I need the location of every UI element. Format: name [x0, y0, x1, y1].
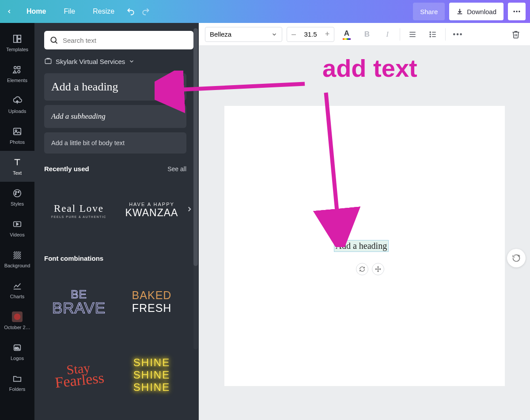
tile-brave-text: BRAVE: [52, 299, 106, 316]
annotation-label: add text: [322, 54, 417, 82]
rail-styles[interactable]: Styles: [0, 182, 34, 213]
svg-point-6: [14, 67, 17, 69]
redo-button[interactable]: [138, 4, 153, 19]
bold-button[interactable]: B: [359, 27, 375, 42]
move-icon: [375, 266, 381, 272]
undo-button[interactable]: [123, 4, 138, 19]
rail-styles-label: Styles: [11, 201, 24, 206]
rail-text[interactable]: Text: [0, 151, 34, 182]
tile-real-love-sub: FEELS PURE & AUTHENTIC: [51, 215, 106, 218]
add-subheading-button[interactable]: Add a subheading: [44, 105, 186, 128]
font-size-decrease[interactable]: –: [287, 30, 300, 39]
svg-point-13: [18, 191, 19, 193]
font-family-value: Belleza: [210, 30, 231, 38]
rail-october-folder[interactable]: October 2…: [0, 305, 34, 336]
svg-line-21: [55, 41, 57, 43]
svg-rect-3: [14, 35, 17, 43]
file-menu[interactable]: File: [55, 8, 84, 15]
align-icon: [408, 30, 417, 39]
rail-logos[interactable]: co. Logos: [0, 336, 34, 367]
tile-shine-text-1: SHINE: [133, 356, 170, 369]
svg-point-14: [15, 193, 16, 195]
search-input[interactable]: [63, 37, 188, 44]
rail-background[interactable]: Background: [0, 244, 34, 274]
text-color-letter: A: [344, 29, 349, 38]
see-all-link[interactable]: See all: [167, 165, 186, 172]
canvas-area[interactable]: Add a heading: [199, 46, 530, 420]
more-icon: •••: [453, 30, 463, 38]
tile-stay-fearless[interactable]: Stay Fearless: [44, 340, 114, 410]
sync-button[interactable]: [356, 263, 368, 275]
rail-templates[interactable]: Templates: [0, 27, 34, 58]
more-menu-button[interactable]: [508, 3, 526, 20]
font-family-select[interactable]: Belleza: [205, 27, 282, 42]
home-menu[interactable]: Home: [18, 8, 55, 15]
font-size-value[interactable]: 31.5: [300, 30, 321, 38]
tile-be-brave[interactable]: BE BRAVE: [44, 266, 114, 337]
svg-text:co.: co.: [15, 346, 19, 350]
list-button[interactable]: [425, 27, 441, 42]
svg-point-0: [514, 11, 515, 12]
font-size-group: – 31.5 +: [287, 27, 334, 42]
rail-folders[interactable]: Folders: [0, 367, 34, 398]
rail-charts-label: Charts: [10, 294, 24, 299]
download-button[interactable]: Download: [449, 3, 504, 20]
rail-videos[interactable]: Videos: [0, 213, 34, 244]
svg-point-27: [430, 34, 431, 35]
rail-photos-label: Photos: [10, 139, 25, 145]
download-icon: [456, 8, 463, 15]
tiles-next-button[interactable]: [186, 205, 193, 215]
chevron-down-icon: [271, 31, 277, 38]
design-page[interactable]: Add a heading: [224, 106, 505, 386]
tile-shine[interactable]: SHINE SHINE SHINE: [117, 340, 186, 410]
svg-point-20: [51, 37, 56, 42]
recently-used-heading: Recently used: [44, 165, 89, 172]
rail-elements[interactable]: Elements: [0, 58, 34, 89]
svg-point-1: [516, 11, 517, 12]
folders-icon: [12, 374, 22, 383]
tile-shine-text-2: SHINE: [133, 369, 170, 381]
rail-charts[interactable]: Charts: [0, 274, 34, 305]
italic-button[interactable]: I: [379, 27, 395, 42]
tile-baked-text: BAKED: [132, 289, 172, 302]
svg-marker-8: [13, 71, 16, 73]
resize-menu[interactable]: Resize: [84, 8, 123, 15]
more-text-options[interactable]: •••: [450, 27, 466, 42]
search-icon: [49, 36, 58, 45]
tile-real-love-text: Real Love: [54, 203, 104, 214]
tile-real-love[interactable]: Real Love FEELS PURE & AUTHENTIC: [44, 177, 114, 243]
photos-icon: [12, 127, 22, 136]
delete-button[interactable]: [508, 27, 524, 42]
rail-photos[interactable]: Photos: [0, 120, 34, 151]
rail-uploads[interactable]: Uploads: [0, 89, 34, 120]
move-button[interactable]: [372, 263, 384, 275]
rail-folders-label: Folders: [9, 386, 26, 392]
brand-kit-dropdown[interactable]: Skylark Virtual Services: [44, 57, 193, 65]
tile-shine-text-3: SHINE: [133, 381, 170, 394]
font-combo-row-2: Stay Fearless SHINE SHINE SHINE: [44, 340, 186, 410]
rail-templates-label: Templates: [6, 47, 28, 52]
redo-icon: [141, 7, 150, 16]
list-icon: [428, 30, 437, 39]
left-rail: Templates Elements Uploads Photos Text S…: [0, 23, 34, 420]
uploads-icon: [12, 96, 22, 105]
selected-text-element[interactable]: Add a heading: [334, 240, 389, 252]
add-body-text-button[interactable]: Add a little bit of body text: [44, 132, 186, 154]
tile-fearless-text: Fearless: [54, 370, 105, 391]
svg-rect-7: [18, 67, 20, 69]
folder-thumb-icon: [12, 312, 22, 322]
tile-baked-fresh[interactable]: BAKED FRESH: [117, 266, 186, 337]
font-size-increase[interactable]: +: [321, 30, 334, 39]
align-button[interactable]: [405, 27, 420, 42]
recently-used-tiles: Real Love FEELS PURE & AUTHENTIC HAVE A …: [44, 177, 186, 243]
share-button[interactable]: Share: [413, 3, 445, 20]
templates-icon: [12, 34, 22, 44]
panel-scrollbar[interactable]: [193, 28, 198, 349]
back-button[interactable]: [4, 7, 14, 16]
svg-rect-5: [18, 39, 21, 42]
comment-reload-button[interactable]: [507, 249, 526, 267]
text-color-button[interactable]: A: [339, 27, 355, 42]
panel-scrollbar-thumb[interactable]: [193, 28, 198, 266]
add-heading-button[interactable]: Add a heading: [44, 73, 186, 101]
tile-kwanzaa[interactable]: HAVE A HAPPY KWANZAA: [117, 177, 186, 243]
